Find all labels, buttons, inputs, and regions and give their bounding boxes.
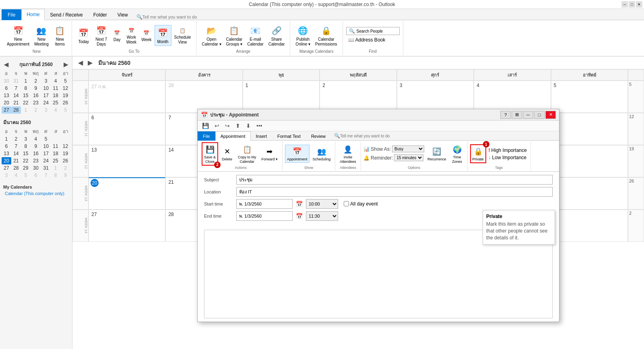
end-date-input[interactable] <box>236 211 293 221</box>
schedule-view-button[interactable]: 📋 ScheduleView <box>172 25 193 46</box>
tab-view[interactable]: View <box>112 9 133 20</box>
my-calendars-title[interactable]: My Calendars <box>2 183 70 190</box>
address-book-button[interactable]: 📖 Address Book <box>346 36 400 44</box>
start-date-input[interactable] <box>236 199 293 209</box>
cal-cell[interactable]: 1 <box>243 81 320 113</box>
week-label-13: WEEK 13 <box>72 177 89 210</box>
dialog-tab-file[interactable]: File <box>198 131 215 141</box>
workweek-button[interactable]: 📅 WorkWeek <box>124 25 138 46</box>
email-calendar-button[interactable]: 📧 E-mailCalendar <box>245 23 266 48</box>
mini-cal-prev[interactable]: ◀ <box>3 61 9 68</box>
cal-cell[interactable]: 2 <box>320 81 396 113</box>
cal-cell[interactable]: 3 <box>397 81 474 113</box>
tab-folder[interactable]: Folder <box>88 9 112 20</box>
tab-file[interactable]: File <box>2 9 21 20</box>
location-input[interactable] <box>236 187 553 197</box>
time-zones-button[interactable]: 🌍 TimeZones <box>450 143 465 165</box>
invite-attendees-button[interactable]: 👤 InviteAttendees <box>338 143 358 165</box>
dialog-tab-appointment[interactable]: Appointment <box>215 131 251 141</box>
dialog-undo-button[interactable]: ↩ <box>213 121 221 130</box>
forward-button[interactable]: ➡ Forward ▾ <box>260 145 280 163</box>
search-people-input[interactable] <box>357 29 397 33</box>
new-appointment-button[interactable]: 📅 NewAppointment <box>5 23 31 48</box>
dialog-down-button[interactable]: ⬇ <box>244 121 253 130</box>
dialog-title: ประชุม - Appointment <box>210 111 259 118</box>
dialog-redo-button[interactable]: ↪ <box>223 121 232 130</box>
tell-me-input[interactable] <box>142 15 223 19</box>
dialog-close-button[interactable]: ✕ <box>545 111 556 119</box>
dialog-save-button[interactable]: 💾 <box>200 121 211 130</box>
scheduling-button[interactable]: 👥 Scheduling <box>311 145 333 163</box>
ribbon-content: 📅 NewAppointment 👥 NewMeeting 📋 NewItems… <box>0 20 644 56</box>
cal-next-button[interactable]: ▶ <box>85 58 95 67</box>
start-date-picker[interactable]: 📅 <box>295 201 303 207</box>
new-meeting-button[interactable]: 👥 NewMeeting <box>32 23 51 48</box>
all-day-label: All day event <box>344 201 378 207</box>
appointment-view-button[interactable]: 📅 Appointment <box>285 145 310 163</box>
new-items-button[interactable]: 📋 NewItems <box>52 23 68 48</box>
dialog-minimize-button[interactable]: ─ <box>523 111 533 119</box>
dialog-up-button[interactable]: ⬆ <box>233 121 242 130</box>
dialog-ribbon: File Appointment Insert Format Text Revi… <box>198 131 559 172</box>
cal-prev-button[interactable]: ◀ <box>76 58 85 67</box>
title-bar: Calendar (This computer only) - support@… <box>0 0 644 9</box>
share-calendar-button[interactable]: 🔗 ShareCalendar <box>266 23 287 48</box>
start-time-row: Start time 📅 10:00 09:00 11:00 All day e… <box>204 199 553 209</box>
calendar-permissions-button[interactable]: 🔒 CalendarPermissions <box>313 23 339 48</box>
mini-cal-next[interactable]: ▶ <box>63 61 69 68</box>
cal-cell[interactable]: 27 <box>89 210 165 242</box>
dialog-tab-insert[interactable]: Insert <box>251 131 272 141</box>
cal-cell[interactable]: 27 ก.พ. <box>89 81 165 113</box>
close-button[interactable]: ✕ <box>636 1 642 8</box>
dialog-popout-button[interactable]: ⊞ <box>512 111 522 119</box>
end-time-select[interactable]: 11:30 12:00 10:30 <box>306 211 338 221</box>
next7days-button[interactable]: 📅 Next 7Days <box>93 23 110 48</box>
minimize-button[interactable]: ─ <box>621 1 628 8</box>
cal-cell[interactable]: 19 <box>551 145 628 177</box>
subject-input[interactable] <box>236 175 553 185</box>
recurrence-button[interactable]: 🔄 Recurrence <box>425 145 448 163</box>
calendar-groups-button[interactable]: 📋 CalendarGroups ▾ <box>224 23 245 48</box>
end-date-picker[interactable]: 📅 <box>295 213 303 219</box>
cal-cell[interactable]: 26 <box>551 177 628 210</box>
show-as-select[interactable]: Busy Free Tentative Out of Office <box>392 145 424 152</box>
cal-cell[interactable]: 12 <box>551 113 628 145</box>
cal-cell[interactable]: 4 <box>474 81 551 113</box>
dialog-more-button[interactable]: ••• <box>254 121 264 130</box>
maximize-button[interactable]: □ <box>629 1 635 8</box>
subject-label: Subject <box>204 177 236 182</box>
cal-cell[interactable]: 20 <box>89 177 165 210</box>
reminder-select[interactable]: 15 minutes None 5 minutes 30 minutes 1 h… <box>394 154 423 161</box>
month-button[interactable]: 📅 Month <box>155 25 171 46</box>
private-button[interactable]: 🔒 Private <box>470 144 486 163</box>
dialog-tab-format-text[interactable]: Format Text <box>272 131 306 141</box>
tab-send-receive[interactable]: Send / Receive <box>45 9 88 20</box>
today-button[interactable]: 📅 Today <box>75 25 92 46</box>
calendar-item[interactable]: Calendar (This computer only) <box>2 190 70 197</box>
day-button[interactable]: 📅 Day <box>111 27 124 44</box>
cal-cell[interactable]: 5 <box>551 81 628 113</box>
dialog-help-button[interactable]: ? <box>500 111 511 119</box>
save-close-button[interactable]: 💾 Save &Close 2 <box>202 142 218 166</box>
week-button[interactable]: 📅 Week <box>139 27 153 44</box>
all-day-checkbox[interactable] <box>344 201 349 206</box>
cal-cell[interactable]: 2 <box>551 210 628 242</box>
dialog-maximize-button[interactable]: □ <box>534 111 545 119</box>
end-time-label: End time <box>204 214 236 218</box>
dialog-tell-me-input[interactable] <box>340 134 405 138</box>
private-tooltip: Private Mark this item as private so tha… <box>483 210 555 245</box>
dialog-tab-review[interactable]: Review <box>306 131 331 141</box>
cal-cell[interactable]: 28 <box>165 81 242 113</box>
cal-cell[interactable]: 6 <box>89 113 165 145</box>
publish-online-button[interactable]: 🌐 PublishOnline ▾ <box>293 23 312 48</box>
low-importance-button[interactable]: ↓ Low Importance <box>487 154 528 161</box>
cal-cell[interactable]: 13 <box>89 145 165 177</box>
tab-home[interactable]: Home <box>21 9 45 20</box>
start-time-select[interactable]: 10:00 09:00 11:00 <box>306 199 338 209</box>
open-calendar-button[interactable]: 📂 OpenCalendar ▾ <box>200 23 223 48</box>
delete-button[interactable]: ✕ Delete <box>219 145 235 163</box>
copy-to-calendar-button[interactable]: 📋 Copy to MyCalendar <box>236 143 258 165</box>
high-importance-button[interactable]: ! High Importance <box>487 147 528 154</box>
search-people-input-area[interactable]: 🔍 <box>346 27 400 35</box>
dialog-group-actions: 💾 Save &Close 2 ✕ Delete 📋 Copy to MyCal… <box>199 141 283 170</box>
